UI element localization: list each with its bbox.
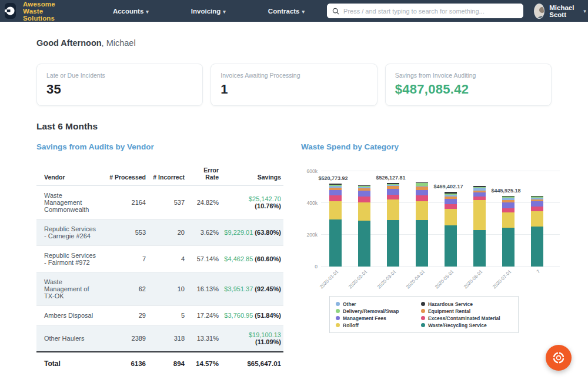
search-icon: [332, 8, 339, 15]
x-axis-tick: 2020-06-01: [457, 269, 483, 295]
avatar: [534, 4, 544, 19]
x-axis-tick: 2020-02-01: [342, 269, 368, 295]
legend-label: Rolloff: [343, 322, 359, 328]
user-menu[interactable]: Michael Scott ▾: [534, 4, 586, 19]
vendor-name: Waste Management Commonwealth: [36, 186, 106, 219]
processed-count: 62: [106, 272, 148, 306]
col-header-processed: # Processed: [106, 163, 148, 186]
legend-color-dot: [421, 316, 425, 320]
legend-color-dot: [336, 309, 340, 313]
stacked-bar[interactable]: $469,402.172020-05-01: [445, 171, 457, 267]
legend-label: Excess/Contaminated Material: [428, 315, 500, 321]
chart-plot-area: 0200k400k600k$520,773.922020-01-012020-0…: [321, 171, 552, 267]
vendors-table: Vendor # Processed # Incorrect Error Rat…: [36, 163, 283, 374]
stacked-bar[interactable]: 2020-02-01: [358, 171, 370, 267]
col-header-vendor: Vendor: [36, 163, 106, 186]
savings-value: $19,100.13 (11.09%): [221, 325, 283, 352]
app-logo[interactable]: [5, 3, 16, 19]
processed-count: 2389: [106, 325, 148, 352]
x-axis-tick: 2020-04-01: [399, 269, 426, 295]
logo-icon: [5, 5, 16, 16]
processed-count: 29: [106, 306, 148, 325]
nav-item-contracts[interactable]: Contracts▾: [248, 8, 325, 15]
bar-segment: [473, 200, 486, 230]
bar-segment: [358, 191, 370, 196]
legend-label: Waste/Recycling Service: [428, 322, 487, 328]
bar-total-label: $526,127.81: [376, 175, 405, 181]
table-header-row: Vendor # Processed # Incorrect Error Rat…: [36, 163, 283, 186]
stacked-bar[interactable]: $445,925.182020-07-01: [502, 171, 514, 267]
stacked-bar[interactable]: 2020-04-01: [416, 171, 428, 267]
bar-segment: [416, 220, 428, 267]
savings-value: $25,142.70 (10.76%): [221, 186, 283, 219]
help-fab-button[interactable]: [546, 345, 572, 371]
incorrect-count: 537: [148, 186, 187, 219]
table-row: Other Haulers238931813.31%$19,100.13 (11…: [36, 325, 283, 352]
bar-segment: [473, 192, 486, 197]
legend-item: Delivery/Removal/Swap: [336, 308, 415, 314]
bar-segment: [329, 190, 342, 195]
bar-total-label: $445,925.18: [491, 188, 520, 194]
bar-segment: [358, 202, 370, 220]
y-axis-tick: 200k: [307, 232, 318, 238]
top-nav-bar: Awesome Waste Solutions Accounts▾ Invoic…: [0, 0, 588, 22]
col-header-error-rate: Error Rate: [187, 163, 221, 186]
bar-segment: [531, 207, 543, 211]
stat-label: Late or Due Incidents: [46, 72, 193, 79]
chevron-down-icon: ▾: [223, 9, 226, 15]
bar-segment: [502, 208, 514, 212]
stacked-bar[interactable]: $526,127.812020-03-01: [387, 171, 399, 267]
x-axis-tick: 2020-05-01: [428, 269, 455, 295]
brand-title: Awesome Waste Solutions: [23, 1, 55, 22]
user-name: Michael Scott: [549, 4, 579, 18]
savings-value: $4,462.85 (60.60%): [221, 246, 283, 272]
bar-segment: [531, 227, 543, 267]
bar-segment: [416, 190, 428, 195]
processed-count: 7: [106, 246, 148, 272]
bar-segment: [531, 211, 543, 227]
stacked-bar[interactable]: 2020-06-01: [473, 171, 486, 267]
stacked-bar[interactable]: 7: [531, 171, 543, 267]
section-title: Last 6 Months: [36, 121, 552, 132]
processed-count: 2164: [106, 186, 148, 219]
legend-color-dot: [421, 302, 425, 306]
vendor-name: Ambers Disposal: [36, 306, 106, 325]
total-incorrect: 894: [148, 352, 187, 374]
bar-segment: [329, 195, 342, 201]
chevron-down-icon: ▾: [302, 9, 305, 15]
bar-segment: [502, 202, 514, 209]
bar-segment: [445, 209, 457, 225]
legend-item: Hazardous Service: [421, 301, 512, 307]
bar-segment: [473, 230, 486, 267]
waste-spend-panel: Waste Spend by Category 0200k400k600k$52…: [301, 142, 552, 374]
savings-value: $3,760.95 (51.84%): [221, 306, 283, 325]
x-axis-tick: 2020-07-01: [486, 269, 512, 295]
bar-segment: [502, 212, 514, 228]
bar-segment: [329, 219, 342, 267]
table-row: Ambers Disposal29517.24%$3,760.95 (51.84…: [36, 306, 283, 325]
legend-item: Rolloff: [336, 322, 415, 328]
legend-color-dot: [336, 316, 340, 320]
incorrect-count: 10: [148, 272, 187, 306]
bar-segment: [387, 195, 399, 200]
search-input[interactable]: [343, 8, 518, 15]
stat-cards: Late or Due Incidents 35 Invoices Awaiti…: [36, 64, 552, 106]
stacked-bar[interactable]: $520,773.922020-01-01: [329, 171, 342, 267]
stacked-bar-chart: 0200k400k600k$520,773.922020-01-012020-0…: [301, 165, 552, 301]
bar-segment: [502, 228, 514, 267]
total-savings: $65,647.01: [221, 352, 283, 374]
legend-item: Other: [336, 301, 415, 307]
y-axis-tick: 400k: [307, 200, 318, 206]
total-error-rate: 14.57%: [187, 352, 221, 374]
stat-value: $487,085.42: [395, 82, 542, 97]
nav-item-invoicing[interactable]: Invoicing▾: [171, 8, 246, 15]
nav-item-accounts[interactable]: Accounts▾: [93, 8, 169, 15]
stat-label: Savings from Invoice Auditing: [395, 72, 542, 79]
table-row: Republic Services - Fairmont #9727457.14…: [36, 246, 283, 272]
x-axis-tick: 2020-03-01: [370, 269, 397, 295]
legend-color-dot: [421, 309, 425, 313]
search-box[interactable]: [327, 4, 523, 18]
chart-legend: OtherDelivery/Removal/SwapManagement Fee…: [329, 296, 519, 333]
bar-segment: [387, 189, 399, 194]
processed-count: 553: [106, 219, 148, 246]
